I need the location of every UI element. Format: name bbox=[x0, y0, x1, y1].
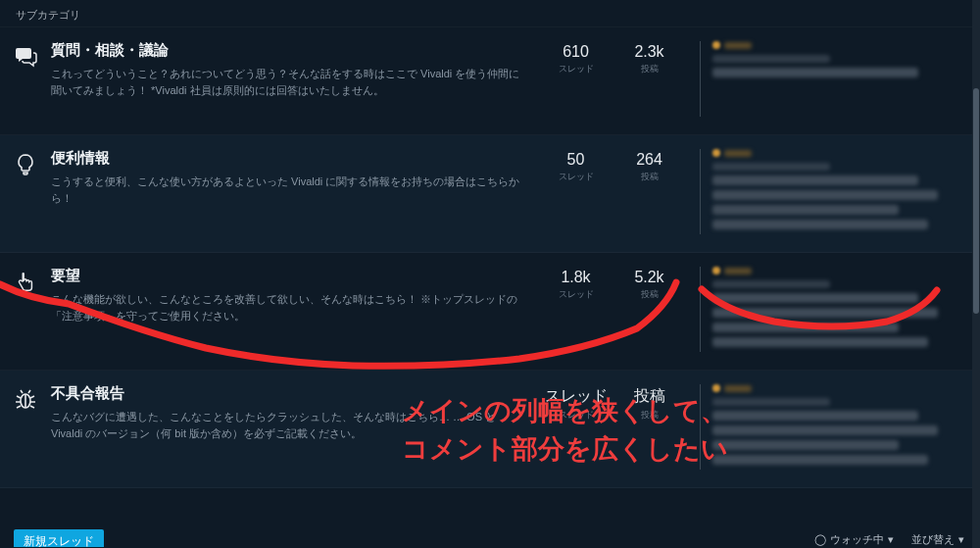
blurred-text bbox=[712, 323, 899, 332]
avatar-icon bbox=[712, 41, 720, 49]
posts-label: 投稿 bbox=[612, 171, 686, 183]
vertical-divider bbox=[700, 267, 701, 352]
chat-icon bbox=[10, 45, 41, 69]
category-row[interactable]: 質問・相談・議論これってどういうこと？あれについてどう思う？そんな話をする時はこ… bbox=[0, 27, 980, 135]
posts-label: 投稿 bbox=[612, 409, 686, 422]
blurred-meta bbox=[724, 385, 752, 392]
blurred-text bbox=[712, 293, 918, 303]
category-title: 要望 bbox=[51, 267, 529, 285]
category-stats: 50スレッド264投稿 bbox=[539, 149, 686, 183]
blurred-text bbox=[712, 411, 918, 421]
category-description: こうすると便利、こんな使い方があるよといった Vivaldi に関する情報をお持… bbox=[51, 174, 529, 207]
blurred-meta bbox=[712, 280, 830, 288]
blurred-meta bbox=[712, 55, 830, 63]
category-stats: スレッドスレッド投稿投稿 bbox=[539, 384, 686, 422]
vertical-divider bbox=[700, 384, 701, 470]
watching-toggle[interactable]: ◯ ウォッチ中 ▾ bbox=[814, 532, 894, 547]
blurred-text bbox=[712, 175, 918, 185]
new-thread-button[interactable]: 新規スレッド bbox=[14, 529, 104, 547]
avatar-icon bbox=[712, 384, 720, 392]
blurred-text bbox=[712, 220, 928, 229]
scrollbar-thumb[interactable] bbox=[973, 88, 979, 314]
bug-icon bbox=[10, 388, 41, 412]
bottom-bar: 新規スレッド ◯ ウォッチ中 ▾ 並び替え ▾ bbox=[0, 528, 980, 548]
blurred-text bbox=[712, 308, 938, 318]
posts-value: 5.2k bbox=[612, 269, 686, 286]
blurred-meta bbox=[724, 150, 752, 157]
category-list: 質問・相談・議論これってどういうこと？あれについてどう思う？そんな話をする時はこ… bbox=[0, 26, 980, 488]
blurred-text bbox=[712, 337, 928, 347]
posts-label: 投稿 bbox=[612, 63, 686, 75]
category-row[interactable]: 要望こんな機能が欲しい、こんなところを改善して欲しい、そんな時はこちら！ ※トッ… bbox=[0, 253, 980, 371]
category-stats: 1.8kスレッド5.2k投稿 bbox=[539, 267, 686, 301]
blurred-text bbox=[712, 440, 899, 450]
category-description: こんなバグに遭遇した、こんなことをしたらクラッシュした、そんな時はこちら… … … bbox=[51, 409, 529, 442]
vertical-divider bbox=[700, 149, 701, 234]
category-main[interactable]: 質問・相談・議論これってどういうこと？あれについてどう思う？そんな話をする時はこ… bbox=[41, 41, 539, 99]
category-row[interactable]: 不具合報告こんなバグに遭遇した、こんなことをしたらクラッシュした、そんな時はこち… bbox=[0, 371, 980, 488]
sort-toggle[interactable]: 並び替え ▾ bbox=[911, 532, 964, 547]
blurred-meta bbox=[712, 163, 830, 171]
threads-value: 1.8k bbox=[539, 269, 612, 286]
posts-value: 投稿 bbox=[612, 386, 686, 407]
latest-post-preview[interactable] bbox=[712, 149, 968, 234]
watching-label: ウォッチ中 bbox=[830, 532, 884, 547]
threads-label: スレッド bbox=[539, 288, 612, 301]
category-main[interactable]: 不具合報告こんなバグに遭遇した、こんなことをしたらクラッシュした、そんな時はこち… bbox=[41, 384, 539, 442]
bulb-icon bbox=[10, 153, 41, 176]
blurred-text bbox=[712, 425, 938, 435]
category-title: 便利情報 bbox=[51, 149, 529, 168]
blurred-text bbox=[712, 190, 938, 200]
blurred-meta bbox=[724, 42, 752, 49]
posts-label: 投稿 bbox=[612, 288, 686, 301]
posts-value: 2.3k bbox=[612, 43, 686, 61]
vertical-divider bbox=[700, 41, 701, 117]
category-row[interactable]: 便利情報こうすると便利、こんな使い方があるよといった Vivaldi に関する情… bbox=[0, 135, 980, 253]
threads-value: 50 bbox=[539, 151, 612, 169]
eye-icon: ◯ bbox=[814, 533, 826, 546]
category-main[interactable]: 便利情報こうすると便利、こんな使い方があるよといった Vivaldi に関する情… bbox=[41, 149, 539, 207]
blurred-text bbox=[712, 68, 918, 77]
latest-post-preview[interactable] bbox=[712, 41, 968, 82]
blurred-text bbox=[712, 455, 928, 465]
category-main[interactable]: 要望こんな機能が欲しい、こんなところを改善して欲しい、そんな時はこちら！ ※トッ… bbox=[41, 267, 539, 324]
category-title: 質問・相談・議論 bbox=[51, 41, 529, 60]
blurred-meta bbox=[712, 398, 830, 406]
blurred-meta bbox=[724, 268, 752, 274]
subcategory-header: サブカテゴリ bbox=[0, 0, 980, 26]
threads-value: スレッド bbox=[539, 386, 612, 407]
latest-post-preview[interactable] bbox=[712, 384, 968, 470]
threads-label: スレッド bbox=[539, 63, 612, 75]
sort-label: 並び替え bbox=[911, 532, 955, 547]
threads-label: スレッド bbox=[539, 171, 612, 183]
category-stats: 610スレッド2.3k投稿 bbox=[539, 41, 686, 75]
category-title: 不具合報告 bbox=[51, 384, 529, 403]
category-description: こんな機能が欲しい、こんなところを改善して欲しい、そんな時はこちら！ ※トップス… bbox=[51, 291, 529, 324]
chevron-down-icon: ▾ bbox=[958, 533, 964, 546]
category-description: これってどういうこと？あれについてどう思う？そんな話をする時はここで Vival… bbox=[51, 66, 529, 99]
threads-value: 610 bbox=[539, 43, 612, 61]
blurred-text bbox=[712, 205, 899, 215]
chevron-down-icon: ▾ bbox=[888, 533, 894, 546]
latest-post-preview[interactable] bbox=[712, 267, 968, 352]
posts-value: 264 bbox=[612, 151, 686, 169]
avatar-icon bbox=[712, 267, 720, 274]
avatar-icon bbox=[712, 149, 720, 157]
threads-label: スレッド bbox=[539, 409, 612, 422]
pointer-icon bbox=[10, 271, 41, 294]
